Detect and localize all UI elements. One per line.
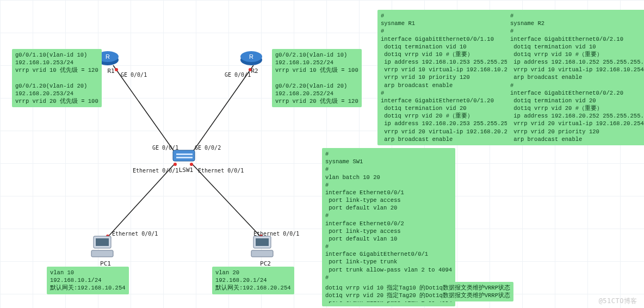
- port-sw-e002: Ethernet 0/0/1: [198, 168, 244, 174]
- svg-text:R: R: [249, 53, 253, 60]
- pc2-info: vlan 20 192.168.20.1/24 默认网关:192.168.20.…: [212, 267, 294, 294]
- pc2[interactable]: PC2: [249, 235, 282, 267]
- r1-config: # sysname R1 # interface GigabitEthernet…: [377, 10, 521, 145]
- svg-rect-20: [176, 157, 193, 158]
- svg-rect-23: [91, 250, 113, 257]
- svg-rect-19: [176, 153, 193, 155]
- r2-config: # sysname R2 # interface GigabitEthernet…: [507, 10, 644, 145]
- svg-rect-25: [256, 238, 269, 246]
- port-sw-ge002: GE 0/0/2: [195, 145, 221, 151]
- port-r2-ge001: GE 0/0/1: [225, 72, 251, 78]
- svg-line-3: [191, 163, 263, 239]
- svg-rect-26: [251, 250, 273, 257]
- port-r1-ge001: GE 0/0/1: [121, 72, 147, 78]
- pc1[interactable]: PC1: [89, 235, 122, 267]
- port-pc2-e001: Ethernet 0/0/1: [253, 231, 299, 237]
- vrrp-note: dot1q vrrp vid 10 指定Tag10 的Dot1q数据报文类维护V…: [322, 282, 513, 301]
- svg-line-0: [113, 65, 177, 155]
- svg-rect-22: [96, 238, 109, 246]
- svg-line-2: [106, 163, 175, 239]
- watermark: @51CTO博客: [599, 297, 637, 306]
- port-sw-ge001: GE 0/0/1: [152, 145, 178, 151]
- port-pc1-e001: Ethernet 0/0/1: [112, 231, 158, 237]
- svg-line-1: [190, 65, 253, 155]
- svg-text:R: R: [106, 53, 110, 60]
- router-r2[interactable]: R R2: [239, 49, 270, 75]
- r2-interface-summary: g0/0/2.10(vlan-id 10) 192.168.10.252/24 …: [272, 49, 362, 107]
- r1-interface-summary: g0/0/1.10(vlan-id 10) 192.168.10.253/24 …: [12, 49, 102, 107]
- svg-rect-18: [173, 150, 195, 161]
- port-sw-e001: Ethernet 0/0/1: [133, 168, 178, 174]
- pc1-info: vlan 10 192.168.10.1/24 默认网关:192.168.10.…: [47, 267, 129, 294]
